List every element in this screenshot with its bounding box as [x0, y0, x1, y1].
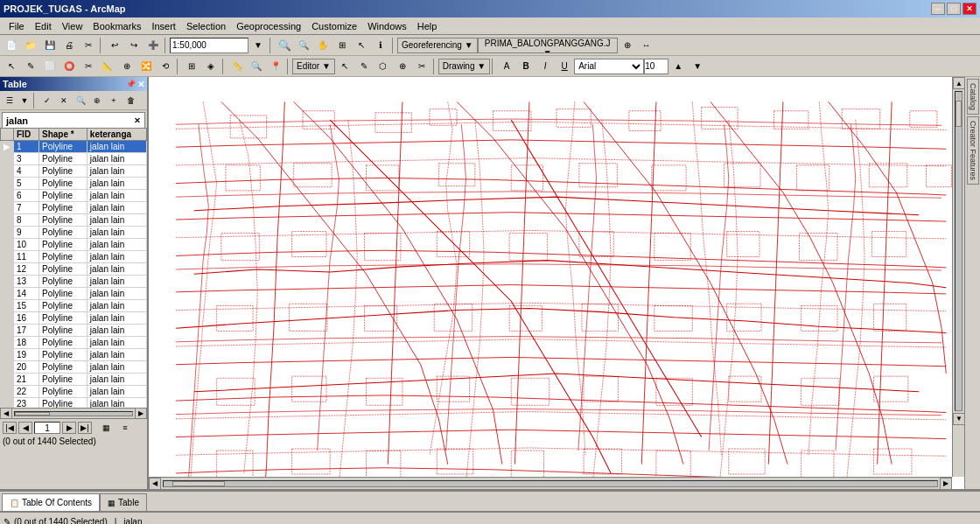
- table-row[interactable]: 23Polylinejalan lain: [1, 398, 147, 409]
- table-pin-icon[interactable]: 📌: [126, 80, 136, 88]
- table-options-btn[interactable]: ☰: [2, 93, 18, 108]
- tool8[interactable]: 🔀: [136, 58, 156, 75]
- tool7[interactable]: ⊕: [117, 58, 136, 75]
- map-area[interactable]: ▲ ▼ ◀ ▶: [149, 77, 964, 489]
- open-button[interactable]: 📁: [21, 37, 40, 54]
- table-row[interactable]: 6Polylinejalan lain: [1, 190, 147, 202]
- menu-bookmarks[interactable]: Bookmarks: [88, 20, 146, 32]
- zoom-out-button[interactable]: 🔍: [294, 37, 313, 54]
- table-row[interactable]: 9Polylinejalan lain: [1, 227, 147, 239]
- table-row[interactable]: 8Polylinejalan lain: [1, 214, 147, 227]
- tool5[interactable]: ✂: [79, 58, 98, 75]
- print-button[interactable]: 🖨: [60, 37, 79, 54]
- snap-btn[interactable]: ⊞: [182, 58, 201, 75]
- table-view-btn[interactable]: ▦: [97, 421, 115, 435]
- col-shape[interactable]: Shape *: [39, 129, 88, 141]
- edit-tool4[interactable]: ⊕: [393, 58, 412, 75]
- table-tab[interactable]: ▦ Table: [100, 493, 147, 511]
- font-name-select[interactable]: Arial: [574, 59, 644, 74]
- vertex-btn[interactable]: ◈: [201, 58, 220, 75]
- map-hscroll[interactable]: ◀ ▶: [149, 477, 952, 489]
- font-down-btn[interactable]: ▼: [688, 58, 707, 75]
- measure-btn[interactable]: 📏: [228, 58, 247, 75]
- table-list-btn[interactable]: ≡: [116, 421, 134, 435]
- layer-dropdown[interactable]: PRIMA_BALONGPANGGANG.J ▼: [478, 38, 618, 53]
- georef-tool2[interactable]: ↔: [637, 37, 656, 54]
- catalog-tab[interactable]: Catalog: [967, 79, 979, 115]
- table-select-btn[interactable]: ✓: [39, 93, 55, 108]
- table-row[interactable]: 17Polylinejalan lain: [1, 325, 147, 337]
- tool1[interactable]: ↖: [2, 58, 21, 75]
- tool6[interactable]: 📐: [98, 58, 117, 75]
- table-find-btn[interactable]: 🔍: [73, 93, 88, 108]
- menu-insert[interactable]: Insert: [146, 20, 181, 32]
- bold-btn[interactable]: B: [516, 58, 536, 75]
- table-row[interactable]: 19Polylinejalan lain: [1, 349, 147, 361]
- scale-input[interactable]: 1:50,000: [170, 38, 248, 53]
- drawing-dropdown[interactable]: Drawing ▼: [438, 59, 490, 74]
- table-row[interactable]: 22Polylinejalan lain: [1, 386, 147, 398]
- table-row[interactable]: ▶1Polylinejalan lain: [1, 141, 147, 153]
- tool3[interactable]: ⬜: [40, 58, 60, 75]
- tool2[interactable]: ✎: [21, 58, 40, 75]
- table-zoom-btn[interactable]: ⊕: [89, 93, 105, 108]
- col-keteranga[interactable]: keteranga: [87, 129, 146, 141]
- menu-customize[interactable]: Customize: [306, 20, 362, 32]
- nav-first-btn[interactable]: |◀: [3, 422, 17, 434]
- table-row[interactable]: 3Polylinejalan lain: [1, 153, 147, 165]
- underline-btn[interactable]: U: [555, 58, 574, 75]
- full-extent-button[interactable]: ⊞: [332, 37, 352, 54]
- edit-tool3[interactable]: ⬡: [374, 58, 393, 75]
- tool9[interactable]: ⟲: [156, 58, 175, 75]
- edit-tool1[interactable]: ↖: [335, 58, 354, 75]
- hscroll-track[interactable]: [14, 411, 133, 416]
- menu-help[interactable]: Help: [412, 20, 443, 32]
- table-row[interactable]: 4Polylinejalan lain: [1, 165, 147, 178]
- editor-dropdown[interactable]: Editor ▼: [292, 59, 335, 74]
- menu-windows[interactable]: Windows: [362, 20, 412, 32]
- table-close-icon[interactable]: ✕: [137, 80, 144, 89]
- edit-tool2[interactable]: ✎: [354, 58, 374, 75]
- font-up-btn[interactable]: ▲: [668, 58, 688, 75]
- jalan-close-icon[interactable]: ✕: [134, 116, 141, 125]
- table-hscroll[interactable]: ◀ ▶: [0, 408, 147, 418]
- minimize-button[interactable]: ─: [931, 3, 945, 15]
- hscroll-thumb[interactable]: [15, 412, 50, 416]
- pan-button[interactable]: ✋: [313, 37, 332, 54]
- creator-features-tab[interactable]: Creator Features: [967, 116, 979, 185]
- maximize-button[interactable]: □: [947, 3, 961, 15]
- nav-next-btn[interactable]: ▶: [62, 422, 76, 434]
- vscroll-down-btn[interactable]: ▼: [953, 413, 964, 425]
- italic-btn[interactable]: I: [536, 58, 555, 75]
- map-vscroll[interactable]: ▲ ▼: [952, 77, 964, 477]
- page-number-input[interactable]: [34, 422, 60, 434]
- table-row[interactable]: 13Polylinejalan lain: [1, 276, 147, 288]
- save-button[interactable]: 💾: [40, 37, 60, 54]
- georef-dropdown[interactable]: Georeferencing ▼: [397, 38, 478, 53]
- menu-geoprocessing[interactable]: Geoprocessing: [231, 20, 306, 32]
- menu-edit[interactable]: Edit: [30, 20, 57, 32]
- undo-button[interactable]: ↩: [105, 37, 124, 54]
- table-row[interactable]: 7Polylinejalan lain: [1, 202, 147, 214]
- table-row[interactable]: 12Polylinejalan lain: [1, 263, 147, 276]
- table-add-btn[interactable]: +: [106, 93, 122, 108]
- nav-prev-btn[interactable]: ◀: [18, 422, 32, 434]
- table-del-btn[interactable]: 🗑: [122, 93, 138, 108]
- col-fid[interactable]: FID: [14, 129, 39, 141]
- font-size-input[interactable]: [644, 59, 668, 74]
- text-btn[interactable]: A: [497, 58, 516, 75]
- hscroll-map-right-btn[interactable]: ▶: [940, 478, 952, 490]
- zoom-in-button[interactable]: 🔍: [275, 37, 294, 54]
- hscroll-map-left-btn[interactable]: ◀: [149, 478, 161, 490]
- add-data-button[interactable]: ➕: [144, 37, 163, 54]
- table-row[interactable]: 5Polylinejalan lain: [1, 178, 147, 190]
- identify-button[interactable]: ℹ: [371, 37, 390, 54]
- attribute-table-scroll[interactable]: FID Shape * keteranga ▶1Polylinejalan la…: [0, 128, 147, 408]
- close-button[interactable]: ✕: [962, 3, 976, 15]
- table-row[interactable]: 15Polylinejalan lain: [1, 300, 147, 312]
- edit-tool5[interactable]: ✂: [412, 58, 431, 75]
- redo-button[interactable]: ↪: [124, 37, 144, 54]
- jalan-tab[interactable]: jalan ✕: [2, 112, 145, 128]
- menu-selection[interactable]: Selection: [181, 20, 231, 32]
- table-row[interactable]: 11Polylinejalan lain: [1, 251, 147, 263]
